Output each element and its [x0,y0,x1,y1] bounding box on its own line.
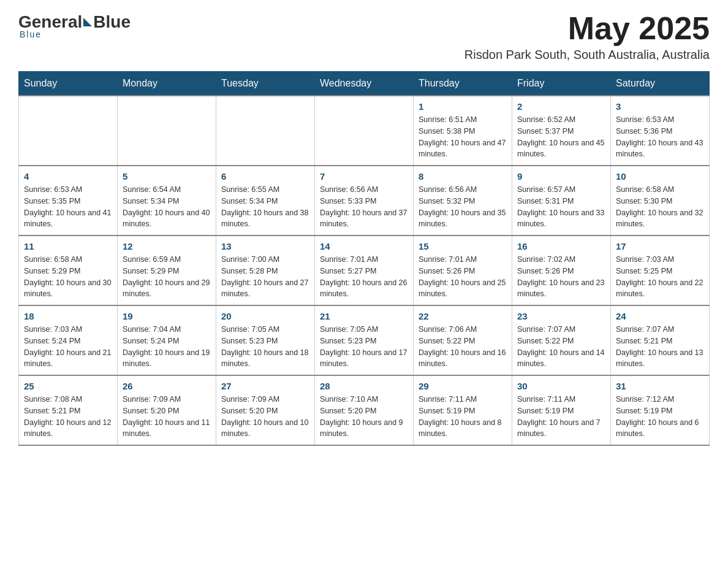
day-info: Sunrise: 6:52 AMSunset: 5:37 PMDaylight:… [517,114,605,160]
calendar-cell: 14Sunrise: 7:01 AMSunset: 5:27 PMDayligh… [315,236,414,305]
day-info: Sunrise: 7:06 AMSunset: 5:22 PMDaylight:… [419,324,507,370]
calendar-cell: 3Sunrise: 6:53 AMSunset: 5:36 PMDaylight… [611,96,710,166]
calendar-cell: 26Sunrise: 7:09 AMSunset: 5:20 PMDayligh… [118,375,216,445]
day-info: Sunrise: 6:58 AMSunset: 5:29 PMDaylight:… [24,254,112,300]
calendar-cell [315,96,414,166]
day-info: Sunrise: 7:03 AMSunset: 5:25 PMDaylight:… [616,254,704,300]
day-info: Sunrise: 7:12 AMSunset: 5:19 PMDaylight:… [616,394,704,440]
day-number: 27 [221,381,309,391]
calendar-cell: 22Sunrise: 7:06 AMSunset: 5:22 PMDayligh… [414,305,512,375]
calendar-cell: 7Sunrise: 6:56 AMSunset: 5:33 PMDaylight… [315,166,414,236]
logo-blue: Blue [93,12,131,32]
calendar-cell: 31Sunrise: 7:12 AMSunset: 5:19 PMDayligh… [611,375,710,445]
logo-triangle-icon [83,18,92,26]
day-info: Sunrise: 6:58 AMSunset: 5:30 PMDaylight:… [616,184,704,230]
day-number: 17 [616,241,704,251]
day-number: 29 [419,381,507,391]
day-info: Sunrise: 6:57 AMSunset: 5:31 PMDaylight:… [517,184,605,230]
calendar-cell: 11Sunrise: 6:58 AMSunset: 5:29 PMDayligh… [19,236,118,305]
day-number: 6 [221,171,309,182]
col-header-thursday: Thursday [414,72,512,96]
logo-underline: Blue [18,29,42,39]
day-info: Sunrise: 7:11 AMSunset: 5:19 PMDaylight:… [517,394,605,440]
col-header-tuesday: Tuesday [216,72,315,96]
calendar-cell: 1Sunrise: 6:51 AMSunset: 5:38 PMDaylight… [414,96,512,166]
col-header-saturday: Saturday [611,72,710,96]
day-info: Sunrise: 7:01 AMSunset: 5:26 PMDaylight:… [419,254,507,300]
day-number: 31 [616,381,704,391]
day-number: 11 [24,241,112,251]
day-info: Sunrise: 6:59 AMSunset: 5:29 PMDaylight:… [123,254,211,300]
day-number: 16 [517,241,605,251]
calendar-cell [118,96,216,166]
day-number: 13 [221,241,309,251]
calendar-cell: 17Sunrise: 7:03 AMSunset: 5:25 PMDayligh… [611,236,710,305]
calendar-cell: 20Sunrise: 7:05 AMSunset: 5:23 PMDayligh… [216,305,315,375]
calendar-cell: 9Sunrise: 6:57 AMSunset: 5:31 PMDaylight… [512,166,611,236]
calendar-cell: 4Sunrise: 6:53 AMSunset: 5:35 PMDaylight… [19,166,118,236]
location: Risdon Park South, South Australia, Aust… [464,48,710,62]
calendar-cell: 18Sunrise: 7:03 AMSunset: 5:24 PMDayligh… [19,305,118,375]
col-header-sunday: Sunday [19,72,118,96]
calendar-cell: 2Sunrise: 6:52 AMSunset: 5:37 PMDaylight… [512,96,611,166]
calendar-cell: 28Sunrise: 7:10 AMSunset: 5:20 PMDayligh… [315,375,414,445]
day-info: Sunrise: 7:08 AMSunset: 5:21 PMDaylight:… [24,394,112,440]
day-number: 7 [320,171,408,182]
day-number: 28 [320,381,408,391]
day-number: 24 [616,311,704,321]
day-number: 4 [24,171,112,182]
day-number: 1 [419,101,507,112]
calendar-cell: 29Sunrise: 7:11 AMSunset: 5:19 PMDayligh… [414,375,512,445]
day-info: Sunrise: 6:51 AMSunset: 5:38 PMDaylight:… [419,114,507,160]
calendar-cell: 25Sunrise: 7:08 AMSunset: 5:21 PMDayligh… [19,375,118,445]
day-number: 5 [123,171,211,182]
day-number: 26 [123,381,211,391]
day-number: 10 [616,171,704,182]
day-info: Sunrise: 7:07 AMSunset: 5:21 PMDaylight:… [616,324,704,370]
day-info: Sunrise: 7:05 AMSunset: 5:23 PMDaylight:… [320,324,408,370]
day-info: Sunrise: 7:07 AMSunset: 5:22 PMDaylight:… [517,324,605,370]
month-title: May 2025 [464,12,710,44]
calendar-table: SundayMondayTuesdayWednesdayThursdayFrid… [18,71,710,446]
calendar-cell: 24Sunrise: 7:07 AMSunset: 5:21 PMDayligh… [611,305,710,375]
col-header-monday: Monday [118,72,216,96]
day-info: Sunrise: 7:04 AMSunset: 5:24 PMDaylight:… [123,324,211,370]
day-number: 12 [123,241,211,251]
day-info: Sunrise: 7:01 AMSunset: 5:27 PMDaylight:… [320,254,408,300]
calendar-cell: 21Sunrise: 7:05 AMSunset: 5:23 PMDayligh… [315,305,414,375]
calendar-cell: 23Sunrise: 7:07 AMSunset: 5:22 PMDayligh… [512,305,611,375]
day-number: 3 [616,101,704,112]
day-number: 19 [123,311,211,321]
day-info: Sunrise: 7:10 AMSunset: 5:20 PMDaylight:… [320,394,408,440]
logo: General Blue Blue [18,12,131,39]
calendar-cell: 16Sunrise: 7:02 AMSunset: 5:26 PMDayligh… [512,236,611,305]
day-info: Sunrise: 7:11 AMSunset: 5:19 PMDaylight:… [419,394,507,440]
day-number: 8 [419,171,507,182]
day-info: Sunrise: 6:55 AMSunset: 5:34 PMDaylight:… [221,184,309,230]
calendar-cell: 19Sunrise: 7:04 AMSunset: 5:24 PMDayligh… [118,305,216,375]
day-info: Sunrise: 7:02 AMSunset: 5:26 PMDaylight:… [517,254,605,300]
col-header-wednesday: Wednesday [315,72,414,96]
calendar-cell: 12Sunrise: 6:59 AMSunset: 5:29 PMDayligh… [118,236,216,305]
day-info: Sunrise: 7:09 AMSunset: 5:20 PMDaylight:… [221,394,309,440]
day-info: Sunrise: 6:54 AMSunset: 5:34 PMDaylight:… [123,184,211,230]
day-number: 20 [221,311,309,321]
day-number: 30 [517,381,605,391]
day-info: Sunrise: 6:53 AMSunset: 5:36 PMDaylight:… [616,114,704,160]
calendar-cell: 30Sunrise: 7:11 AMSunset: 5:19 PMDayligh… [512,375,611,445]
day-info: Sunrise: 6:56 AMSunset: 5:32 PMDaylight:… [419,184,507,230]
day-number: 9 [517,171,605,182]
day-info: Sunrise: 7:00 AMSunset: 5:28 PMDaylight:… [221,254,309,300]
calendar-cell: 6Sunrise: 6:55 AMSunset: 5:34 PMDaylight… [216,166,315,236]
day-number: 15 [419,241,507,251]
page-header: General Blue Blue May 2025 Risdon Park S… [18,12,710,62]
day-number: 23 [517,311,605,321]
col-header-friday: Friday [512,72,611,96]
day-number: 18 [24,311,112,321]
calendar-cell: 15Sunrise: 7:01 AMSunset: 5:26 PMDayligh… [414,236,512,305]
calendar-cell: 27Sunrise: 7:09 AMSunset: 5:20 PMDayligh… [216,375,315,445]
day-info: Sunrise: 6:53 AMSunset: 5:35 PMDaylight:… [24,184,112,230]
day-number: 2 [517,101,605,112]
day-number: 22 [419,311,507,321]
calendar-cell: 10Sunrise: 6:58 AMSunset: 5:30 PMDayligh… [611,166,710,236]
